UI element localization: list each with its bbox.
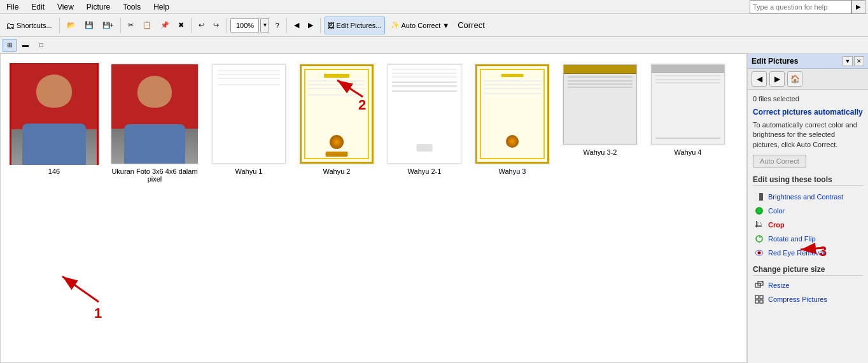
color-icon (754, 206, 764, 216)
thumbnails-grid-icon: ⊞ (7, 41, 12, 48)
copy-icon: 📋 (143, 21, 151, 29)
dropdown-arrow-icon: ▼ (442, 22, 449, 29)
thumb-wrapper-146 (10, 63, 99, 165)
menu-help[interactable]: Help (150, 1, 173, 13)
svg-point-15 (759, 252, 760, 253)
edit-pictures-button[interactable]: 🖼 Edit Pictures... (325, 17, 385, 34)
crop-tool[interactable]: Crop (753, 218, 863, 232)
auto-correct-icon: ✨ (391, 21, 400, 29)
menu-tools[interactable]: Tools (119, 1, 144, 13)
cut-icon: ✂ (128, 21, 134, 29)
content-wrapper: 146 Ukuran Foto 3x6 4x6 dalam pixel (0, 53, 747, 363)
thumb-label-wahyu2-1: Wahyu 2-1 (408, 167, 442, 175)
svg-rect-19 (755, 295, 759, 299)
open-icon: 📂 (67, 21, 76, 29)
correct-label: Correct (455, 20, 487, 30)
delete-icon: ✖ (178, 21, 184, 29)
svg-rect-22 (760, 300, 763, 303)
thumb-item-ukuran[interactable]: Ukuran Foto 3x6 4x6 dalam pixel (108, 60, 202, 185)
zoom-help-icon: ? (275, 22, 279, 29)
separator-5 (286, 18, 287, 33)
main-toolbar: 🗂 Shortcuts... 📂 💾 💾+ ✂ 📋 📌 ✖ ↩ ↪ ▼ ? ◀ (0, 14, 868, 37)
edit-panel-header: Edit Pictures ▼ ✕ (748, 53, 868, 69)
help-search-area: ▶ (750, 0, 865, 14)
redo-button[interactable]: ↪ (210, 17, 222, 34)
open-button[interactable]: 📂 (64, 17, 79, 34)
panel-dropdown-button[interactable]: ▼ (843, 56, 853, 66)
menu-edit[interactable]: Edit (27, 1, 48, 13)
size-section-label: Change picture size (753, 265, 863, 276)
delete-button[interactable]: ✖ (175, 17, 187, 34)
copy-button[interactable]: 📋 (139, 17, 155, 34)
menu-view[interactable]: View (53, 1, 78, 13)
auto-correct-toolbar-button[interactable]: ✨ Auto Correct ▼ (388, 17, 453, 34)
save-as-button[interactable]: 💾+ (99, 17, 117, 34)
panel-close-button[interactable]: ✕ (854, 56, 864, 66)
compress-tool[interactable]: Compress Pictures (753, 292, 863, 306)
edit-pictures-icon: 🖼 (328, 22, 335, 29)
panel-home-button[interactable]: 🏠 (787, 71, 802, 87)
svg-point-8 (757, 209, 761, 213)
compress-label: Compress Pictures (768, 295, 827, 303)
prev-icon: ◀ (294, 21, 299, 29)
panel-forward-button[interactable]: ▶ (769, 71, 785, 87)
files-selected-status: 0 files selected (753, 95, 863, 103)
edit-pictures-label: Edit Pictures... (337, 22, 382, 29)
thumb-wrapper-wahyu4 (650, 63, 726, 146)
thumb-item-wahyu2-1[interactable]: Wahyu 2-1 (384, 60, 465, 185)
redo-icon: ↪ (213, 21, 219, 29)
color-tool[interactable]: Color (753, 204, 863, 218)
view-single-button[interactable]: □ (34, 39, 48, 52)
separator-3 (191, 18, 192, 33)
zoom-control: ▼ (230, 18, 269, 32)
redeye-icon (754, 248, 764, 258)
shortcuts-button[interactable]: 🗂 Shortcuts... (3, 17, 55, 34)
thumb-item-wahyu3-2[interactable]: Wahyu 3-2 (559, 60, 641, 185)
auto-correct-panel-button[interactable]: Auto Correct (753, 155, 806, 167)
view-filmstrip-button[interactable]: ▬ (18, 39, 32, 52)
auto-correct-label: Auto Correct (402, 22, 441, 29)
help-search-input[interactable] (750, 0, 851, 14)
redeye-tool[interactable]: Red Eye Removal (753, 246, 863, 260)
correct-section-desc: To automatically correct color and brigh… (753, 120, 863, 150)
next-button[interactable]: ▶ (305, 17, 316, 34)
thumb-item-wahyu4[interactable]: Wahyu 4 (647, 60, 729, 185)
zoom-help-button[interactable]: ? (272, 17, 282, 34)
paste-button[interactable]: 📌 (157, 17, 172, 34)
undo-icon: ↩ (199, 21, 204, 29)
paste-icon: 📌 (160, 21, 169, 29)
cut-button[interactable]: ✂ (125, 17, 137, 34)
thumb-item-wahyu1[interactable]: Wahyu 1 (208, 60, 290, 185)
undo-button[interactable]: ↩ (195, 17, 207, 34)
color-label: Color (768, 207, 785, 215)
menu-file[interactable]: File (3, 1, 22, 13)
zoom-input[interactable] (230, 18, 259, 32)
view-thumbnails-button[interactable]: ⊞ (3, 39, 17, 52)
crop-icon (754, 220, 764, 230)
thumb-label-wahyu2: Wahyu 2 (323, 167, 350, 175)
thumb-item-146[interactable]: 146 (7, 60, 101, 185)
rotate-flip-tool[interactable]: Rotate and Flip (753, 232, 863, 246)
thumb-label-wahyu1: Wahyu 1 (235, 167, 262, 175)
redeye-label: Red Eye Removal (768, 249, 825, 257)
brightness-icon (754, 192, 764, 202)
resize-tool[interactable]: Resize (753, 278, 863, 292)
save-button[interactable]: 💾 (81, 17, 97, 34)
menu-picture[interactable]: Picture (83, 1, 114, 13)
separator-2 (120, 18, 121, 33)
edit-panel: Edit Pictures ▼ ✕ ◀ ▶ 🏠 0 files selected… (747, 53, 868, 363)
panel-back-button[interactable]: ◀ (752, 71, 767, 87)
zoom-dropdown-button[interactable]: ▼ (260, 18, 269, 32)
thumb-item-wahyu3[interactable]: Wahyu 3 (472, 60, 553, 185)
thumb-item-wahyu2[interactable]: Wahyu 2 (296, 60, 377, 185)
shortcuts-label: Shortcuts... (17, 22, 52, 29)
help-search-button[interactable]: ▶ (851, 0, 865, 14)
next-icon: ▶ (308, 21, 313, 29)
prev-button[interactable]: ◀ (291, 17, 302, 34)
svg-rect-21 (755, 300, 759, 303)
thumb-wrapper-ukuran (110, 63, 199, 165)
brightness-contrast-tool[interactable]: Brightness and Contrast (753, 190, 863, 204)
separator-1 (59, 18, 60, 33)
filmstrip-icon: ▬ (22, 41, 29, 48)
separator-6 (320, 18, 321, 33)
